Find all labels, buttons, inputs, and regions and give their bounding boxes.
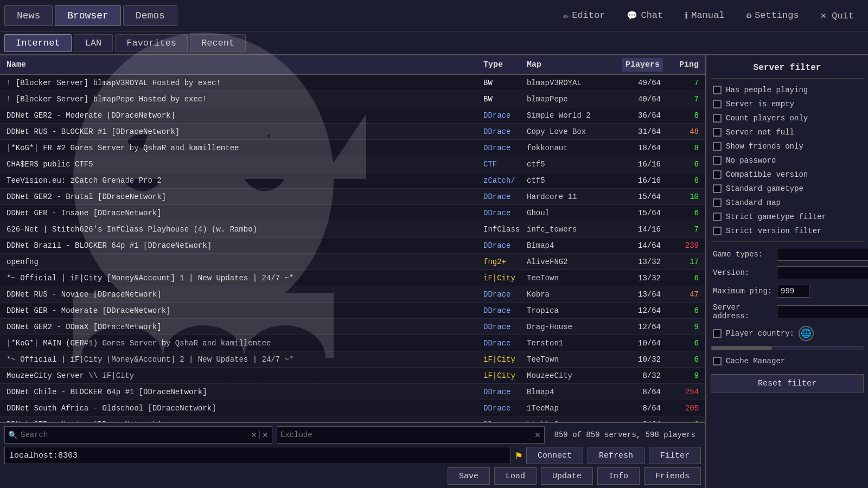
tab-lan[interactable]: LAN: [74, 34, 113, 52]
connect-btn[interactable]: Connect: [526, 447, 583, 464]
table-row[interactable]: DDNet RUS - Novice [DDraceNetwork] DDrac…: [0, 286, 705, 303]
filter-label-server_not_full: Server not full: [726, 128, 794, 137]
editor-btn[interactable]: ✏ Editor: [554, 6, 615, 25]
player-country-checkbox[interactable]: [713, 329, 722, 338]
search-input[interactable]: [21, 431, 248, 439]
table-row[interactable]: |*KoG*| MAIN (GER#1) Gores Server by Qsh…: [0, 335, 705, 351]
settings-btn[interactable]: ⚙ Settings: [736, 6, 808, 25]
checkbox-server_is_empty[interactable]: [713, 100, 722, 108]
row-players: 10/64: [622, 339, 663, 348]
filter-item-has_people_playing[interactable]: Has people playing: [711, 83, 864, 97]
table-row[interactable]: openfng fng2+ AliveFNG2 13/32 17: [0, 254, 705, 270]
row-map: infc_towers: [525, 225, 622, 234]
row-name: DDNet South Africa - Oldschool [DDraceNe…: [4, 404, 481, 413]
friends-btn[interactable]: Friends: [644, 467, 701, 485]
filter-item-no_password[interactable]: No password: [711, 153, 864, 168]
filter-item-compatible_version[interactable]: Compatible version: [711, 168, 864, 182]
filter-title: Server filter: [711, 60, 864, 79]
scrollbar-horiz[interactable]: [711, 346, 864, 350]
row-name: DDNet GER2 - Brutal [DDraceNetwork]: [4, 192, 481, 201]
table-row[interactable]: MouzeeCity Server \\ iF|City iF|City Mou…: [0, 368, 705, 384]
row-name: DDNet GER - Moderate [DDraceNetwork]: [4, 306, 481, 315]
info-btn[interactable]: Info: [597, 467, 640, 485]
load-btn[interactable]: Load: [494, 467, 537, 485]
table-row[interactable]: DDNet Chile - BLOCKER 64p #1 [DDraceNetw…: [0, 384, 705, 400]
server-address-input[interactable]: [4, 447, 511, 464]
table-row[interactable]: *~ Official | iF|City [Money&Account] 1 …: [0, 270, 705, 286]
filter-btn[interactable]: Filter: [649, 447, 701, 464]
globe-icon[interactable]: 🌐: [799, 326, 814, 341]
row-map: Blmap4: [525, 388, 622, 396]
nav-browser-btn[interactable]: Browser: [55, 5, 121, 26]
tab-internet[interactable]: Internet: [4, 34, 72, 52]
table-row[interactable]: DDNet GER - Insane [DDraceNetwork] DDrac…: [0, 205, 705, 221]
search-icon: 🔍: [8, 431, 17, 440]
row-map: AliveFNG2: [525, 258, 622, 266]
table-row[interactable]: CHA$ER$ public CTF5 CTF ctf5 16/16 6: [0, 156, 705, 172]
filter-server-addr-input[interactable]: [777, 305, 868, 318]
save-btn[interactable]: Save: [448, 467, 490, 485]
col-header-players: Players: [622, 58, 663, 72]
filter-item-standard_map[interactable]: Standard map: [711, 196, 864, 210]
row-ping: 7: [663, 79, 701, 87]
table-row[interactable]: DDNet GER2 - Brutal [DDraceNetwork] DDra…: [0, 189, 705, 205]
table-row[interactable]: *~ Official | iF|City [Money&Account] 2 …: [0, 351, 705, 368]
nav-demos-btn[interactable]: Demos: [123, 5, 177, 26]
table-row[interactable]: DDNet RUS - BLOCKER #1 [DDraceNetwork] D…: [0, 124, 705, 140]
filter-label-strict_gametype_filter: Strict gametype filter: [726, 213, 826, 221]
checkbox-strict_gametype_filter[interactable]: [713, 213, 722, 221]
refresh-btn[interactable]: Refresh: [588, 447, 644, 464]
search-clear-btn[interactable]: ✕: [251, 431, 257, 439]
game-types-input[interactable]: [777, 248, 868, 261]
update-btn[interactable]: Update: [541, 467, 593, 485]
filter-item-server_not_full[interactable]: Server not full: [711, 125, 864, 139]
filter-item-count_players_only[interactable]: Count players only: [711, 111, 864, 125]
row-type: zCatch/: [481, 176, 525, 185]
version-input[interactable]: [777, 266, 868, 279]
table-row[interactable]: 626-Net | Stitch626's InfClass Playhouse…: [0, 221, 705, 237]
checkbox-standard_gametype[interactable]: [713, 184, 722, 193]
server-list-area: Name Type Map Players Ping ! [Blocker Se…: [0, 55, 705, 488]
manual-btn[interactable]: ℹ Manual: [675, 6, 734, 25]
reset-filter-btn[interactable]: Reset filter: [711, 374, 864, 393]
chat-btn[interactable]: 💬 Chat: [617, 6, 673, 25]
nav-news-btn[interactable]: News: [4, 5, 53, 26]
cache-manager-checkbox[interactable]: [713, 357, 722, 365]
search-x-btn[interactable]: ✕: [259, 431, 269, 439]
chat-icon: 💬: [627, 10, 637, 21]
checkbox-count_players_only[interactable]: [713, 114, 722, 123]
table-row[interactable]: DDNet GER - Moderate [DDraceNetwork] DDr…: [0, 303, 705, 319]
checkbox-compatible_version[interactable]: [713, 170, 722, 179]
filter-item-server_is_empty[interactable]: Server is empty: [711, 97, 864, 111]
checkbox-strict_version_filter[interactable]: [713, 227, 722, 235]
tab-recent[interactable]: Recent: [190, 34, 246, 52]
filter-item-standard_gametype[interactable]: Standard gametype: [711, 182, 864, 196]
checkbox-no_password[interactable]: [713, 156, 722, 165]
filter-item-show_friends_only[interactable]: Show friends only: [711, 139, 864, 153]
row-name: DDNet RUS - Novice [DDraceNetwork]: [4, 290, 481, 299]
exclude-input[interactable]: [280, 431, 532, 439]
tab-favorites[interactable]: Favorites: [115, 34, 188, 52]
table-row[interactable]: |*KoG*| FR #2 Gores Server by QshaR and …: [0, 140, 705, 156]
exclude-clear-btn[interactable]: ✕: [534, 431, 541, 439]
checkbox-standard_map[interactable]: [713, 198, 722, 207]
checkbox-show_friends_only[interactable]: [713, 142, 722, 151]
checkbox-server_not_full[interactable]: [713, 128, 722, 137]
filter-label-server_is_empty: Server is empty: [726, 100, 794, 108]
col-header-type: Type: [481, 60, 525, 69]
table-row[interactable]: TeeVision.eu: zCatch Grenade Pro 2 zCatc…: [0, 172, 705, 189]
checkbox-has_people_playing[interactable]: [713, 86, 722, 94]
table-row[interactable]: DDNet GER2 - DDmaX [DDraceNetwork] DDrac…: [0, 319, 705, 335]
max-ping-input[interactable]: [777, 285, 809, 298]
table-row[interactable]: DDNet GER2 - Moderate [DDraceNetwork] DD…: [0, 107, 705, 124]
table-row[interactable]: DDNet GER - Novice [DDraceNetwork] DDrac…: [0, 416, 705, 422]
table-row[interactable]: DDNet Brazil - BLOCKER 64p #1 [DDraceNet…: [0, 237, 705, 254]
filter-item-strict_version_filter[interactable]: Strict version filter: [711, 224, 864, 238]
quit-btn[interactable]: ✕ Quit: [811, 5, 864, 25]
filter-item-strict_gametype_filter[interactable]: Strict gametype filter: [711, 210, 864, 224]
table-row[interactable]: ! [Blocker Server] blmapPepe Hosted by e…: [0, 91, 705, 107]
row-ping: 6: [663, 274, 701, 282]
right-panel: Server filter Has people playing Server …: [705, 55, 868, 488]
table-row[interactable]: ! [Blocker Server] blmapV3ROYAL Hosted b…: [0, 75, 705, 91]
table-row[interactable]: DDNet South Africa - Oldschool [DDraceNe…: [0, 400, 705, 416]
